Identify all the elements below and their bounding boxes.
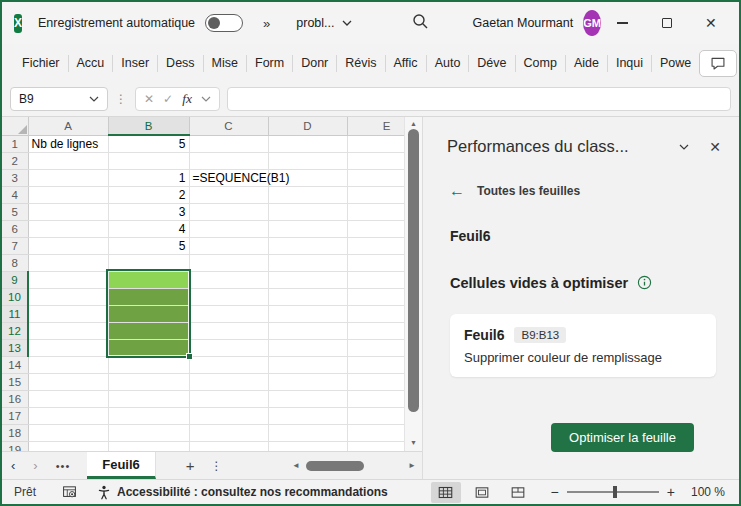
vertical-scrollbar[interactable]: ▲ ▼	[404, 117, 422, 451]
cell-B17[interactable]	[108, 407, 189, 424]
cell-C12[interactable]	[189, 322, 268, 339]
search-icon[interactable]	[412, 13, 429, 34]
column-header-B[interactable]: B	[108, 117, 189, 135]
cell-E11[interactable]	[347, 305, 404, 322]
cell-E19[interactable]	[347, 441, 404, 451]
cell-E12[interactable]	[347, 322, 404, 339]
row-header-17[interactable]: 17	[2, 407, 28, 424]
cell-B10[interactable]	[108, 288, 189, 305]
cell-C8[interactable]	[189, 254, 268, 271]
ribbon-tab-déve[interactable]: Déve	[469, 56, 514, 70]
row-header-5[interactable]: 5	[2, 203, 28, 220]
scroll-down-icon[interactable]: ▼	[405, 439, 422, 446]
cell-B11[interactable]	[108, 305, 189, 322]
row-header-1[interactable]: 1	[2, 135, 28, 152]
row-header-16[interactable]: 16	[2, 390, 28, 407]
cell-A17[interactable]	[28, 407, 108, 424]
horizontal-scrollbar[interactable]: ◄ ►	[288, 452, 420, 479]
cell-B13[interactable]	[108, 339, 189, 356]
cell-B4[interactable]: 2	[108, 186, 189, 203]
sheet-tab-feuil6[interactable]: Feuil6	[87, 452, 156, 479]
horizontal-scroll-track[interactable]	[304, 461, 404, 471]
all-sheets-icon[interactable]: •••	[47, 460, 80, 472]
ribbon-tab-powe[interactable]: Powe	[652, 56, 699, 70]
cell-C11[interactable]	[189, 305, 268, 322]
select-all-corner[interactable]	[2, 117, 28, 135]
cell-A7[interactable]	[28, 237, 108, 254]
cell-E17[interactable]	[347, 407, 404, 424]
zoom-slider[interactable]	[567, 491, 659, 493]
close-button[interactable]: ✕	[689, 5, 733, 41]
ribbon-tab-accu[interactable]: Accu	[69, 56, 113, 70]
cell-D5[interactable]	[268, 203, 347, 220]
row-header-7[interactable]: 7	[2, 237, 28, 254]
cell-E9[interactable]	[347, 271, 404, 288]
pane-close-icon[interactable]: ✕	[709, 139, 721, 155]
row-header-2[interactable]: 2	[2, 152, 28, 169]
cell-C5[interactable]	[189, 203, 268, 220]
cell-A10[interactable]	[28, 288, 108, 305]
cell-B12[interactable]	[108, 322, 189, 339]
cell-A19[interactable]	[28, 441, 108, 451]
cell-D6[interactable]	[268, 220, 347, 237]
back-link[interactable]: ← Toutes les feuilles	[449, 183, 723, 199]
name-box[interactable]: B9	[10, 87, 108, 111]
cell-B7[interactable]: 5	[108, 237, 189, 254]
row-header-6[interactable]: 6	[2, 220, 28, 237]
formula-bar-splitter[interactable]: ⋮	[115, 92, 128, 106]
cell-C4[interactable]	[189, 186, 268, 203]
info-icon[interactable]	[637, 275, 652, 290]
add-sheet-icon[interactable]: +	[186, 457, 195, 474]
cell-B3[interactable]: 1	[108, 169, 189, 186]
scroll-left-icon[interactable]: ◄	[288, 461, 304, 470]
autosave-toggle[interactable]	[205, 14, 243, 32]
sheet-options-icon[interactable]: ⋮	[211, 459, 223, 473]
cell-A9[interactable]	[28, 271, 108, 288]
cell-C2[interactable]	[189, 152, 268, 169]
ribbon-tab-révis[interactable]: Révis	[337, 56, 384, 70]
cell-A8[interactable]	[28, 254, 108, 271]
row-header-14[interactable]: 14	[2, 356, 28, 373]
scroll-up-icon[interactable]: ▲	[405, 120, 422, 127]
column-header-E[interactable]: E	[347, 117, 404, 135]
cell-E13[interactable]	[347, 339, 404, 356]
cell-B19[interactable]	[108, 441, 189, 451]
maximize-button[interactable]	[645, 5, 689, 41]
cell-B6[interactable]: 4	[108, 220, 189, 237]
cell-A16[interactable]	[28, 390, 108, 407]
document-title[interactable]: probl...	[296, 16, 351, 30]
row-header-12[interactable]: 12	[2, 322, 28, 339]
zoom-in-button[interactable]: +	[659, 484, 683, 500]
comments-button[interactable]	[699, 50, 737, 77]
ribbon-tab-dess[interactable]: Dess	[158, 56, 202, 70]
cell-C9[interactable]	[189, 271, 268, 288]
ribbon-tab-affic[interactable]: Affic	[386, 56, 426, 70]
optimization-card[interactable]: Feuil6 B9:B13 Supprimer couleur de rempl…	[450, 314, 716, 377]
cell-A2[interactable]	[28, 152, 108, 169]
cell-C3[interactable]: =SEQUENCE(B1)	[189, 169, 268, 186]
cell-B8[interactable]	[108, 254, 189, 271]
row-header-3[interactable]: 3	[2, 169, 28, 186]
cell-A4[interactable]	[28, 186, 108, 203]
ribbon-tab-auto[interactable]: Auto	[427, 56, 469, 70]
cell-E15[interactable]	[347, 373, 404, 390]
cell-D1[interactable]	[268, 135, 347, 152]
cell-D7[interactable]	[268, 237, 347, 254]
page-layout-view-button[interactable]	[467, 482, 497, 503]
accessibility-status[interactable]: Accessibilité : consultez nos recommanda…	[97, 485, 388, 500]
cell-D19[interactable]	[268, 441, 347, 451]
horizontal-scroll-thumb[interactable]	[306, 461, 364, 471]
normal-view-button[interactable]	[431, 482, 461, 503]
cell-D2[interactable]	[268, 152, 347, 169]
cell-D16[interactable]	[268, 390, 347, 407]
avatar[interactable]: GM	[583, 10, 601, 36]
cell-E4[interactable]	[347, 186, 404, 203]
cell-D9[interactable]	[268, 271, 347, 288]
row-header-11[interactable]: 11	[2, 305, 28, 322]
cell-D10[interactable]	[268, 288, 347, 305]
excel-app-icon[interactable]: X	[14, 14, 22, 33]
cell-D8[interactable]	[268, 254, 347, 271]
cell-D4[interactable]	[268, 186, 347, 203]
pane-collapse-icon[interactable]	[679, 144, 689, 150]
zoom-slider-thumb[interactable]	[613, 486, 617, 498]
